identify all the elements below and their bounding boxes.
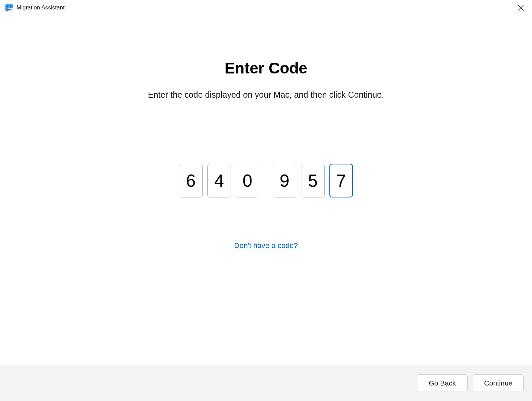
svg-point-1 [7, 6, 8, 7]
titlebar-left: Migration Assistant [5, 4, 65, 12]
titlebar: Migration Assistant [0, 0, 532, 15]
no-code-link[interactable]: Don't have a code? [234, 241, 298, 250]
close-button[interactable] [515, 2, 527, 14]
code-digit-5[interactable] [301, 164, 325, 197]
finder-icon [5, 4, 13, 12]
code-group-2 [273, 164, 353, 197]
code-digit-3[interactable] [236, 164, 259, 197]
svg-point-2 [10, 6, 11, 7]
code-group-1 [179, 164, 259, 197]
code-entry-row [179, 164, 353, 197]
continue-button[interactable]: Continue [473, 374, 524, 392]
main-content: Enter Code Enter the code displayed on y… [0, 15, 532, 365]
go-back-button[interactable]: Go Back [417, 374, 468, 392]
code-digit-2[interactable] [207, 164, 231, 197]
footer-bar: Go Back Continue [0, 365, 532, 401]
app-window: Migration Assistant Enter Code Enter the… [0, 0, 532, 401]
code-digit-6[interactable] [329, 164, 353, 197]
code-digit-1[interactable] [179, 164, 203, 197]
instruction-text: Enter the code displayed on your Mac, an… [148, 90, 384, 100]
page-heading: Enter Code [225, 59, 307, 77]
window-title: Migration Assistant [17, 4, 65, 11]
code-digit-4[interactable] [273, 164, 296, 197]
